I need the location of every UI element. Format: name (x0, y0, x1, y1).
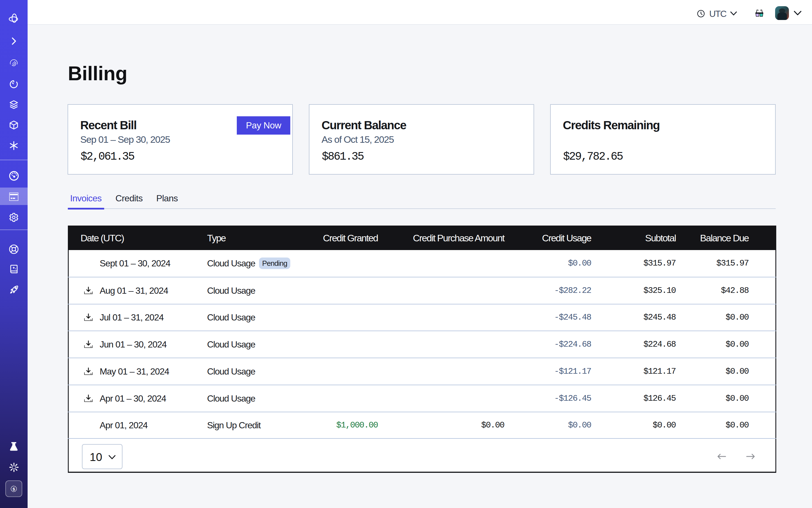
svg-text:$: $ (13, 486, 15, 491)
